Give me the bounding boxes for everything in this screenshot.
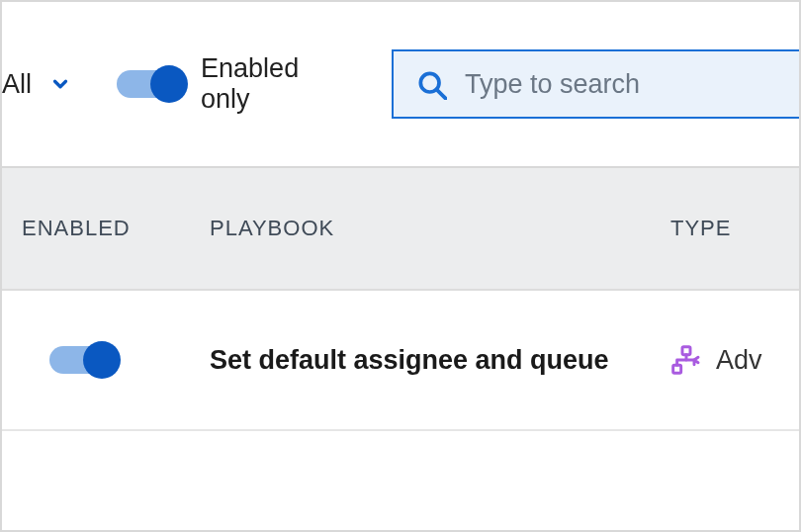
enabled-only-filter: Enabled only: [117, 53, 340, 115]
flow-icon: [670, 344, 702, 376]
type-filter-value: All: [2, 69, 32, 100]
toolbar: e: All Enabled only: [2, 2, 799, 168]
type-filter-dropdown[interactable]: e: All: [0, 69, 81, 100]
search-input[interactable]: [465, 69, 799, 100]
row-type-label: Adv: [716, 345, 762, 376]
enabled-only-toggle[interactable]: [117, 65, 181, 103]
table-row[interactable]: Set default assignee and queue Adv: [2, 291, 799, 431]
column-header-enabled[interactable]: ENABLED: [2, 216, 210, 241]
search-box[interactable]: [392, 49, 799, 119]
row-enabled-toggle[interactable]: [49, 341, 121, 379]
search-icon: [415, 68, 447, 100]
table-header: ENABLED PLAYBOOK TYPE: [2, 168, 799, 291]
row-type-cell: Adv: [670, 344, 799, 376]
column-header-type[interactable]: TYPE: [670, 216, 799, 241]
row-playbook-name[interactable]: Set default assignee and queue: [210, 345, 670, 376]
enabled-only-label: Enabled only: [201, 53, 340, 115]
row-enabled-cell: [2, 341, 210, 379]
column-header-playbook[interactable]: PLAYBOOK: [210, 216, 670, 241]
chevron-down-icon: [49, 73, 71, 95]
svg-line-1: [437, 90, 446, 99]
